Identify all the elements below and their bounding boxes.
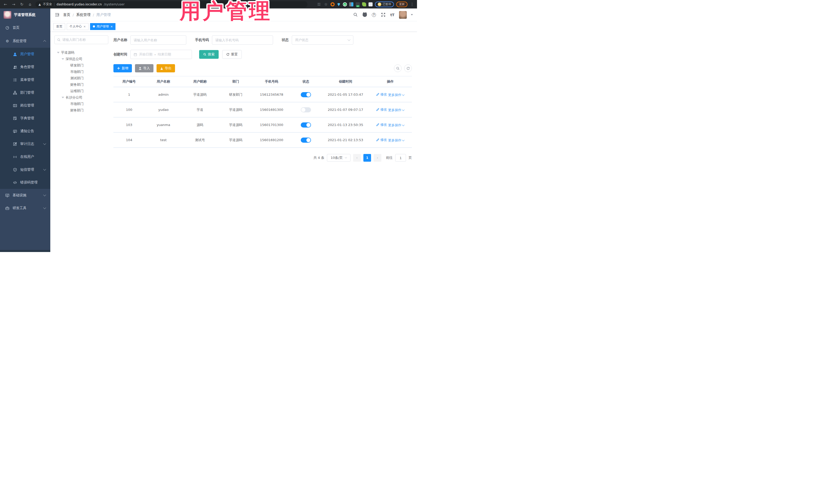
tree-node[interactable]: 市场部门 bbox=[54, 68, 108, 75]
edit-link[interactable]: 修改 bbox=[376, 123, 387, 127]
chevron-down-icon bbox=[402, 108, 405, 111]
tree-node[interactable]: 财务部门 bbox=[54, 107, 108, 113]
add-button[interactable]: 新增 bbox=[113, 64, 132, 72]
tree-node[interactable]: 财务部门 bbox=[54, 81, 108, 88]
search-icon[interactable] bbox=[353, 12, 358, 18]
sidebar-item-departments[interactable]: 部门管理 bbox=[0, 86, 50, 99]
update-button[interactable]: 更新 bbox=[396, 2, 408, 7]
profile-paused-pill[interactable]: 已暂停 bbox=[375, 2, 394, 7]
extensions-puzzle-icon[interactable] bbox=[369, 2, 373, 6]
mobile-field[interactable] bbox=[215, 38, 270, 42]
close-icon[interactable]: × bbox=[110, 25, 113, 28]
tree-node[interactable]: 深圳总公司 bbox=[54, 56, 108, 62]
extension-icon-1[interactable] bbox=[331, 2, 335, 6]
tree-expand-icon[interactable] bbox=[62, 58, 64, 60]
security-label[interactable]: 不安全 bbox=[43, 2, 52, 6]
tree-node[interactable]: 研发部门 bbox=[54, 62, 108, 68]
tab-home[interactable]: 首页 bbox=[53, 23, 65, 30]
edit-link[interactable]: 修改 bbox=[376, 107, 387, 112]
extension-icon-3[interactable]: y bbox=[343, 2, 347, 6]
user-menu-caret-icon[interactable] bbox=[411, 14, 413, 15]
browser-forward-icon[interactable]: → bbox=[11, 2, 17, 7]
cell-created-time: 2021-01-07 09:07:17 bbox=[322, 102, 369, 117]
sidebar-item-audit-log[interactable]: 审计日志 bbox=[0, 137, 50, 150]
search-button-label: 搜索 bbox=[208, 52, 215, 57]
goto-page-input[interactable] bbox=[395, 154, 406, 162]
browser-menu-icon[interactable]: ⋮ bbox=[410, 2, 414, 7]
status-toggle[interactable] bbox=[301, 92, 311, 97]
date-range-picker[interactable]: 开始日期 - 结束日期 bbox=[130, 50, 192, 59]
more-actions-link[interactable]: 更多操作 bbox=[388, 108, 404, 112]
sidebar-item-users[interactable]: 用户管理 bbox=[0, 48, 50, 61]
sidebar-item-system[interactable]: ⚙ 系统管理 bbox=[0, 34, 50, 48]
tree-node[interactable]: 长沙分公司 bbox=[54, 94, 108, 101]
breadcrumb-system[interactable]: 系统管理 bbox=[76, 13, 91, 17]
extension-icon-2[interactable] bbox=[337, 3, 341, 6]
github-icon[interactable] bbox=[362, 12, 367, 18]
extension-icon-5[interactable] bbox=[356, 2, 360, 6]
sidebar-item-error-codes[interactable]: 错误码管理 bbox=[0, 176, 50, 189]
sidebar-item-dict[interactable]: 字典管理 bbox=[0, 112, 50, 125]
search-button[interactable]: 搜索 bbox=[199, 50, 219, 59]
username-input[interactable] bbox=[130, 36, 186, 45]
sidebar-item-posts[interactable]: 岗位管理 bbox=[0, 99, 50, 112]
sidebar-item-menus[interactable]: 菜单管理 bbox=[0, 73, 50, 86]
sidebar-item-home[interactable]: 首页 bbox=[0, 21, 50, 34]
tab-user-management[interactable]: 用户管理 × bbox=[90, 23, 115, 30]
mobile-input[interactable] bbox=[212, 36, 273, 45]
tab-label: 用户管理 bbox=[96, 24, 109, 29]
status-toggle[interactable] bbox=[301, 137, 311, 143]
close-icon[interactable]: × bbox=[83, 25, 86, 28]
tree-expand-icon[interactable] bbox=[57, 52, 60, 53]
sidebar-item-sms[interactable]: 短信管理 bbox=[0, 163, 50, 176]
status-select[interactable]: 用户状态 bbox=[292, 36, 353, 45]
reset-button[interactable]: 重置 bbox=[222, 50, 242, 59]
edit-link[interactable]: 修改 bbox=[376, 137, 387, 142]
extension-icon-4[interactable] bbox=[349, 2, 353, 6]
sidebar-item-roles[interactable]: 角色管理 bbox=[0, 61, 50, 73]
browser-home-icon[interactable]: ⌂ bbox=[27, 2, 33, 7]
sidebar-item-infrastructure[interactable]: 基础设施 bbox=[0, 189, 50, 202]
browser-back-icon[interactable]: ← bbox=[3, 2, 8, 7]
more-actions-link[interactable]: 更多操作 bbox=[388, 123, 404, 128]
sidebar-item-dev-tools[interactable]: 研发工具 bbox=[0, 202, 50, 215]
user-management-panel: 用户名称 手机号码 状态 用户状态 创建时间 bbox=[110, 32, 417, 252]
font-size-icon[interactable]: tT bbox=[390, 12, 395, 18]
tree-node[interactable]: 芋道源码 bbox=[54, 49, 108, 56]
username-field[interactable] bbox=[134, 38, 183, 42]
next-page-button[interactable]: › bbox=[374, 154, 381, 162]
hide-search-button[interactable] bbox=[394, 64, 402, 72]
tab-profile[interactable]: 个人中心 × bbox=[67, 23, 89, 30]
tree-node[interactable]: 运维部门 bbox=[54, 88, 108, 94]
export-button[interactable]: 导出 bbox=[156, 64, 175, 72]
status-toggle[interactable] bbox=[301, 107, 311, 112]
user-avatar[interactable] bbox=[399, 11, 407, 19]
import-button[interactable]: 导入 bbox=[135, 64, 153, 72]
tree-node[interactable]: 市场部门 bbox=[54, 101, 108, 107]
edit-link[interactable]: 修改 bbox=[376, 92, 387, 97]
bookmark-star-icon[interactable]: ☆ bbox=[324, 2, 328, 7]
refresh-table-button[interactable] bbox=[404, 64, 412, 72]
help-icon[interactable]: ? bbox=[371, 12, 376, 18]
fullscreen-icon[interactable] bbox=[380, 12, 386, 18]
collapse-sidebar-icon[interactable] bbox=[54, 12, 60, 18]
sidebar-item-notices[interactable]: 通知公告 bbox=[0, 125, 50, 137]
browser-reload-icon[interactable]: ↻ bbox=[19, 2, 25, 7]
more-actions-link[interactable]: 更多操作 bbox=[388, 93, 404, 97]
goto-label: 前往 bbox=[386, 155, 393, 160]
sidebar-bottom-bar[interactable] bbox=[0, 250, 50, 252]
department-search-input[interactable]: 请输入部门名称 bbox=[54, 36, 108, 44]
prev-page-button[interactable]: ‹ bbox=[353, 154, 361, 162]
status-toggle[interactable] bbox=[301, 123, 311, 128]
sidebar-item-online-users[interactable]: 在线用户 bbox=[0, 150, 50, 163]
page-1-button[interactable]: 1 bbox=[364, 154, 371, 162]
app-logo[interactable]: 芋道管理系统 bbox=[0, 8, 50, 21]
page-size-select[interactable]: 10条/页 bbox=[327, 154, 351, 162]
extension-icon-6[interactable] bbox=[362, 2, 366, 6]
more-actions-link[interactable]: 更多操作 bbox=[388, 138, 404, 143]
tree-node[interactable]: 测试部门 bbox=[54, 75, 108, 81]
password-key-icon[interactable]: ⚿ bbox=[317, 2, 321, 7]
col-user-id: 用户编号 bbox=[113, 76, 145, 87]
breadcrumb-home[interactable]: 首页 bbox=[63, 13, 70, 17]
tree-expand-icon[interactable] bbox=[62, 97, 64, 98]
